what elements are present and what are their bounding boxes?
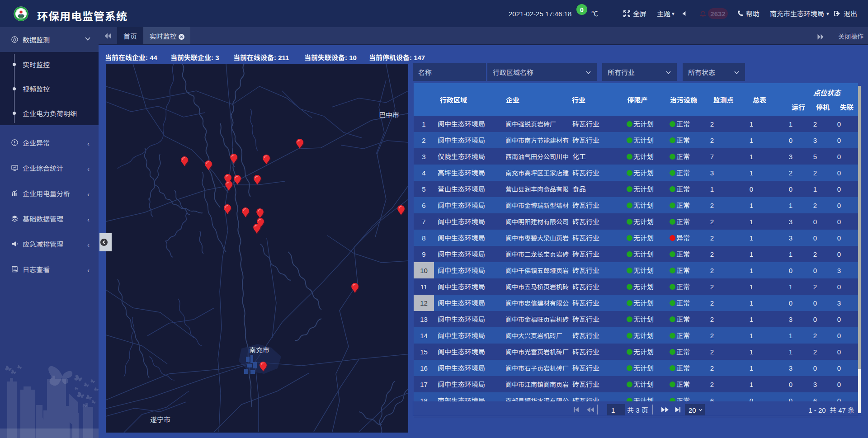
svg-text:南充市: 南充市 xyxy=(249,345,269,354)
svg-text:遂宁市: 遂宁市 xyxy=(150,414,170,424)
svg-text:巴中市: 巴中市 xyxy=(379,110,399,119)
